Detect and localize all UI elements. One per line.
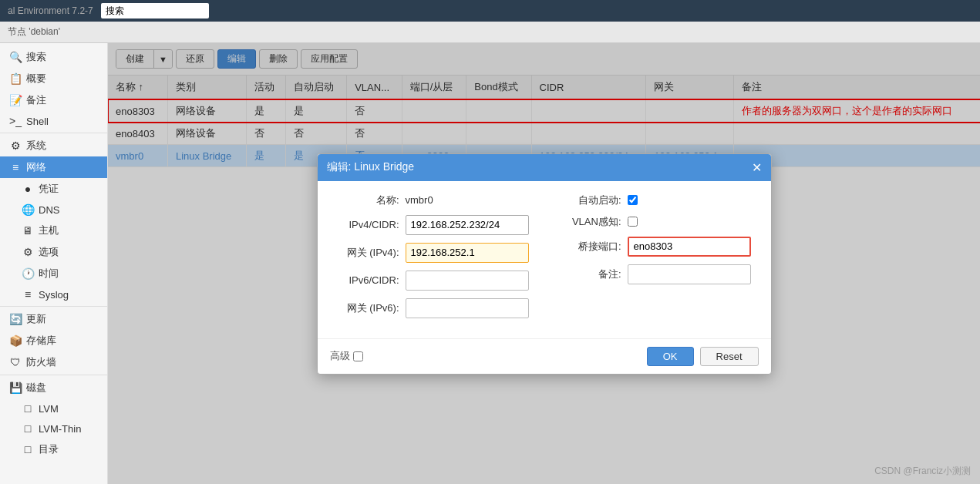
autostart-row: 自动启动: xyxy=(552,193,759,207)
sidebar: 🔍 搜索 📋 概要 📝 备注 >_ Shell ⚙ 系统 ≡ 网 xyxy=(0,43,108,484)
dialog-close-button[interactable]: ✕ xyxy=(752,160,762,175)
lvm-icon: □ xyxy=(22,402,34,415)
syslog-icon: ≡ xyxy=(22,288,34,301)
autostart-checkbox[interactable] xyxy=(628,195,638,205)
sidebar-item-search[interactable]: 🔍 搜索 xyxy=(0,46,107,68)
dns-icon: 🌐 xyxy=(22,203,34,216)
sidebar-item-summary[interactable]: 📋 概要 xyxy=(0,68,107,89)
csdn-watermark: CSDN @Franciz小测测 xyxy=(874,465,971,478)
sidebar-item-storage[interactable]: 📦 存储库 xyxy=(0,330,107,351)
sidebar-item-shell[interactable]: >_ Shell xyxy=(0,111,107,131)
lvm-thin-icon: □ xyxy=(22,422,34,435)
gateway-ipv6-label: 网关 (IPv6): xyxy=(330,301,399,315)
credentials-icon: ● xyxy=(22,183,34,195)
gateway-ipv4-row: 网关 (IPv4): xyxy=(330,243,537,263)
sidebar-item-syslog[interactable]: ≡ Syslog xyxy=(0,284,107,304)
sidebar-item-updates[interactable]: 🔄 更新 xyxy=(0,308,107,330)
firewall-icon: 🛡 xyxy=(9,356,22,368)
host-icon: 🖥 xyxy=(22,224,34,237)
search-input[interactable] xyxy=(101,3,209,18)
ipv4-cidr-input[interactable] xyxy=(406,215,529,235)
notes-label: 备注: xyxy=(552,267,621,281)
name-label: 名称: xyxy=(330,193,399,207)
dialog-header: 编辑: Linux Bridge ✕ xyxy=(318,154,771,181)
sidebar-item-disk[interactable]: 💾 磁盘 xyxy=(0,377,107,398)
gateway-ipv6-row: 网关 (IPv6): xyxy=(330,298,537,318)
name-row: 名称: vmbr0 xyxy=(330,193,537,207)
dialog-footer: 高级 OK Reset xyxy=(318,338,771,374)
summary-icon: 📋 xyxy=(9,72,22,85)
ipv4-cidr-label: IPv4/CIDR: xyxy=(330,219,399,230)
vlan-aware-checkbox[interactable] xyxy=(628,217,638,227)
gateway-ipv4-label: 网关 (IPv4): xyxy=(330,246,399,260)
edit-dialog: 编辑: Linux Bridge ✕ 名称: vmbr0 IPv4/CIDR: xyxy=(317,153,772,375)
dialog-left-col: 名称: vmbr0 IPv4/CIDR: 网关 (IPv4): xyxy=(330,193,537,326)
dialog-right-col: 自动启动: VLAN感知: xyxy=(552,193,759,326)
updates-icon: 🔄 xyxy=(9,313,22,325)
advanced-checkbox[interactable] xyxy=(353,351,363,361)
shell-icon: >_ xyxy=(9,115,22,127)
ipv6-cidr-input[interactable] xyxy=(406,271,529,291)
system-icon: ⚙ xyxy=(9,139,22,152)
notes-row: 备注: xyxy=(552,264,759,284)
ok-button[interactable]: OK xyxy=(647,347,694,366)
bridge-port-input[interactable] xyxy=(628,237,751,257)
gateway-ipv4-input[interactable] xyxy=(406,243,529,263)
notes-icon: 📝 xyxy=(9,94,22,106)
sidebar-item-notes[interactable]: 📝 备注 xyxy=(0,89,107,111)
reset-button[interactable]: Reset xyxy=(700,347,759,366)
ipv6-cidr-label: IPv6/CIDR: xyxy=(330,274,399,286)
gateway-ipv6-input[interactable] xyxy=(406,298,529,318)
sidebar-item-network[interactable]: ≡ 网络 xyxy=(0,156,107,178)
content-area: 创建 ▼ 还原 编辑 删除 应用配置 名称 ↑ 类别 活动 自动启动 VLAN.… xyxy=(108,43,980,484)
sidebar-item-credentials[interactable]: ● 凭证 xyxy=(0,178,107,200)
name-value: vmbr0 xyxy=(406,194,433,206)
bridge-port-label: 桥接端口: xyxy=(552,240,621,254)
sidebar-item-dns[interactable]: 🌐 DNS xyxy=(0,200,107,220)
storage-icon: 📦 xyxy=(9,334,22,347)
top-bar: al Environment 7.2-7 xyxy=(0,0,980,22)
sidebar-item-dir[interactable]: □ 目录 xyxy=(0,439,107,460)
sidebar-item-host[interactable]: 🖥 主机 xyxy=(0,220,107,241)
dir-icon: □ xyxy=(22,443,34,455)
sidebar-item-time[interactable]: 🕐 时间 xyxy=(0,263,107,284)
bridge-port-row: 桥接端口: xyxy=(552,237,759,257)
time-icon: 🕐 xyxy=(22,267,34,280)
dialog-body: 名称: vmbr0 IPv4/CIDR: 网关 (IPv4): xyxy=(318,181,771,338)
sidebar-item-lvm[interactable]: □ LVM xyxy=(0,398,107,418)
sidebar-item-lvm-thin[interactable]: □ LVM-Thin xyxy=(0,418,107,439)
options-icon: ⚙ xyxy=(22,246,34,258)
ipv6-cidr-row: IPv6/CIDR: xyxy=(330,271,537,291)
network-icon: ≡ xyxy=(9,161,22,173)
vlan-aware-label: VLAN感知: xyxy=(552,215,621,229)
dialog-title: 编辑: Linux Bridge xyxy=(327,160,415,174)
ipv4-cidr-row: IPv4/CIDR: xyxy=(330,215,537,235)
search-icon: 🔍 xyxy=(9,51,22,63)
breadcrumb: 节点 'debian' xyxy=(0,22,980,43)
vlan-aware-row: VLAN感知: xyxy=(552,215,759,229)
sidebar-item-options[interactable]: ⚙ 选项 xyxy=(0,241,107,263)
disk-icon: 💾 xyxy=(9,381,22,394)
dialog-overlay: 编辑: Linux Bridge ✕ 名称: vmbr0 IPv4/CIDR: xyxy=(108,43,980,484)
sidebar-item-firewall[interactable]: 🛡 防火墙 xyxy=(0,351,107,373)
autostart-label: 自动启动: xyxy=(552,193,621,207)
advanced-label: 高级 xyxy=(330,349,363,363)
app-title: al Environment 7.2-7 xyxy=(8,5,93,16)
sidebar-item-system[interactable]: ⚙ 系统 xyxy=(0,135,107,156)
notes-input[interactable] xyxy=(628,264,751,284)
